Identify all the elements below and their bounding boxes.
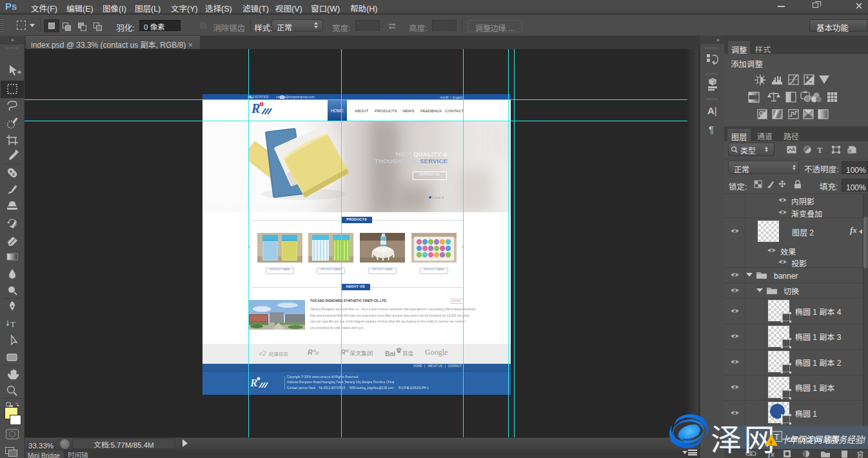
svg-text:R: R <box>250 377 257 389</box>
svg-text:R: R <box>252 101 260 115</box>
svg-text:T: T <box>10 319 15 329</box>
svg-text:T: T <box>817 145 823 154</box>
